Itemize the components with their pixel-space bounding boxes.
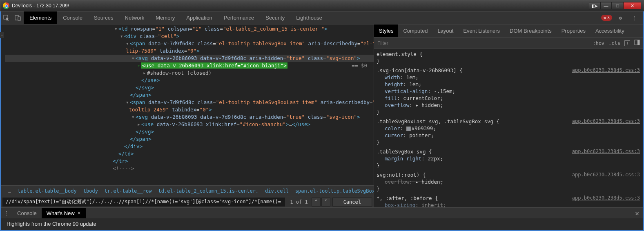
source-link[interactable]: app.b0c6230…238d5.css:3 <box>572 148 640 155</box>
sidebar-toggle-icon[interactable] <box>634 40 640 47</box>
tab-memory[interactable]: Memory <box>150 11 180 24</box>
hov-toggle[interactable]: :hov <box>593 40 604 46</box>
gear-icon[interactable]: ⚙ <box>615 13 626 23</box>
maximize-button[interactable]: □ <box>612 2 623 9</box>
breadcrumb: … table.el-table__body tbody tr.el-table… <box>1 185 374 196</box>
search-bar: 1 of 1 ˄ ˅ Cancel <box>1 196 374 207</box>
cls-toggle[interactable]: .cls <box>608 40 620 46</box>
window-title-bar: DevTools - 172.30.17.209/ ◧▸ — □ ✕ <box>0 0 644 11</box>
chrome-icon <box>3 2 9 9</box>
dollar-zero: == $0 <box>352 62 367 69</box>
main-area: ⋯ ▾<td rowspan="1" colspan="1" class="el… <box>1 24 643 207</box>
subtab-accessibility[interactable]: Accessibility <box>591 24 629 37</box>
drawer-menu-icon[interactable]: ⋮ <box>1 208 12 218</box>
crumb-tbody[interactable]: tbody <box>80 188 101 194</box>
tab-sources[interactable]: Sources <box>88 11 119 24</box>
drawer-close-icon[interactable]: ✕ <box>635 209 639 217</box>
close-button[interactable]: ✕ <box>623 2 641 9</box>
drawer-tab-console[interactable]: Console <box>12 208 42 218</box>
subtab-properties[interactable]: Properties <box>557 24 591 37</box>
error-count-badge[interactable]: 3 <box>601 15 612 21</box>
console-drawer: ⋮ Console What's New✕ ✕ Highlights from … <box>1 207 643 230</box>
new-style-rule-icon[interactable]: + <box>624 40 630 46</box>
subtab-event-listeners[interactable]: Event Listeners <box>458 24 505 37</box>
tab-elements[interactable]: Elements <box>24 11 57 24</box>
subtab-dom-breakpoints[interactable]: DOM Breakpoints <box>505 24 557 37</box>
search-next-icon[interactable]: ˅ <box>321 198 330 207</box>
cancel-button[interactable]: Cancel <box>332 198 372 207</box>
tab-console[interactable]: Console <box>57 11 88 24</box>
window-controls: ◧▸ — □ ✕ <box>589 2 641 9</box>
minimize-button[interactable]: — <box>600 2 612 9</box>
styles-rules[interactable]: element.style { } app.b0c6230…238d5.css:… <box>374 49 643 207</box>
close-icon[interactable]: ✕ <box>77 211 81 216</box>
source-link[interactable]: app.b0c6230…238d5.css:3 <box>572 171 640 178</box>
svg-rect-2 <box>18 17 20 20</box>
drawer-content: Highlights from the Chrome 90 update <box>1 218 643 229</box>
search-prev-icon[interactable]: ˄ <box>312 198 321 207</box>
tab-performance[interactable]: Performance <box>218 11 260 24</box>
tab-application[interactable]: Application <box>180 11 218 24</box>
tab-lighthouse[interactable]: Lighthouse <box>290 11 328 24</box>
devtools-frame: Elements Console Sources Network Memory … <box>0 11 644 231</box>
element-style-selector: element.style { <box>377 51 641 58</box>
filter-input[interactable] <box>374 40 593 46</box>
crumb-div[interactable]: div.cell <box>262 188 292 194</box>
inspect-icon[interactable] <box>1 13 12 23</box>
selected-use-element[interactable]: <use data-v-26b86093 xlink:href="#icon-b… <box>141 62 287 69</box>
subtab-styles[interactable]: Styles <box>374 24 398 37</box>
subtab-layout[interactable]: Layout <box>432 24 458 37</box>
styles-panel: Styles Computed Layout Event Listeners D… <box>374 24 643 207</box>
svg-rect-4 <box>637 40 640 45</box>
device-toggle-icon[interactable] <box>12 13 24 23</box>
elements-panel: ⋯ ▾<td rowspan="1" colspan="1" class="el… <box>1 24 374 207</box>
search-count: 1 of 1 <box>287 199 311 205</box>
source-link[interactable]: app.b0c6230…238d5.css:3 <box>572 67 640 74</box>
crumb-td[interactable]: td.el-table_2_column_15.is-center. <box>155 188 262 194</box>
subtab-computed[interactable]: Computed <box>398 24 432 37</box>
source-link[interactable]: app.b0c6230…238d5.css:3 <box>572 118 640 125</box>
crumb-tr[interactable]: tr.el-table__row <box>101 188 155 194</box>
styles-tab-bar: Styles Computed Layout Event Listeners D… <box>374 24 643 38</box>
main-tab-bar: Elements Console Sources Network Memory … <box>1 11 643 24</box>
styles-filter-row: :hov .cls + <box>374 38 643 49</box>
window-title: DevTools - 172.30.17.209/ <box>12 3 69 9</box>
drawer-tab-whatsnew[interactable]: What's New✕ <box>42 208 86 218</box>
crumb-span[interactable]: span.el-tooltip.tableSvgBox.item <box>292 188 374 194</box>
tab-network[interactable]: Network <box>119 11 150 24</box>
search-input[interactable] <box>2 198 285 207</box>
kebab-icon[interactable]: ⋮ <box>628 13 640 23</box>
crumb-ellipsis-left[interactable]: … <box>5 188 14 194</box>
dom-tree[interactable]: ▾<td rowspan="1" colspan="1" class="el-t… <box>1 24 374 185</box>
dual-window-icon[interactable]: ◧▸ <box>589 2 600 9</box>
gutter-dots[interactable]: ⋯ <box>0 32 4 38</box>
tab-security[interactable]: Security <box>260 11 290 24</box>
source-link[interactable]: app.b0c6230…238d5.css:3 <box>572 195 640 202</box>
crumb-table[interactable]: table.el-table__body <box>14 188 80 194</box>
color-swatch[interactable] <box>406 127 411 131</box>
